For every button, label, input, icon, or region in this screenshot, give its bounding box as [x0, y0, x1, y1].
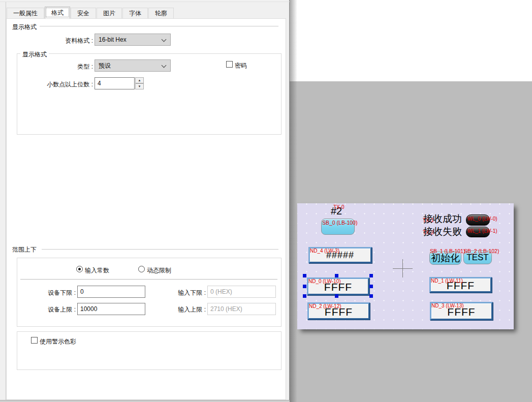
data-format-combobox[interactable]: 16-bit Hex — [95, 34, 171, 46]
selection-handle[interactable] — [369, 285, 373, 288]
text-object-tx2[interactable]: 接收失败 — [423, 225, 462, 238]
set-bit-button-tag: SB_2 (LB-102) — [464, 249, 499, 254]
numeric-display-tag: ND_3 (LW-13) — [431, 303, 464, 308]
tab-strip: 一般属性 格式 安全 图片 字体 轮廓 — [7, 8, 174, 18]
device-high-label: 设备上限 : — [43, 305, 76, 314]
device-high-input[interactable] — [77, 303, 145, 315]
selection-handle[interactable] — [303, 285, 306, 288]
digits-input[interactable] — [95, 77, 135, 89]
data-format-label: 资料格式 : — [52, 37, 93, 45]
chevron-down-icon — [162, 37, 167, 42]
password-checkbox[interactable] — [226, 61, 233, 68]
warning-color-checkbox[interactable] — [31, 337, 38, 344]
warning-color-checkbox-label: 使用警示色彩 — [40, 337, 76, 346]
desktop-white-area — [290, 0, 532, 81]
crosshair-marker — [393, 268, 413, 269]
spinner-down-button[interactable]: ▼ — [135, 83, 144, 89]
section-rule — [42, 249, 278, 250]
section-title-display-format: 显示格式 — [12, 23, 37, 32]
combobox-value: 预设 — [99, 62, 111, 69]
numeric-display-tag: ND_1 (LW-11) — [431, 278, 463, 284]
dialog-bottom-bar — [0, 400, 290, 402]
input-high-field[interactable] — [207, 303, 276, 315]
set-bit-button-tag: SB_0 (LB-100) — [322, 220, 357, 226]
selection-handle[interactable] — [335, 294, 338, 298]
set-bit-button-tag: SB_1 (LB-101) — [430, 249, 465, 254]
numeric-display-tag: ND_2 (LW-12) — [309, 303, 341, 309]
tab-picture[interactable]: 图片 — [97, 8, 122, 18]
type-combobox[interactable]: 预设 — [95, 59, 171, 72]
radio-input-constant-label: 输入常数 — [85, 266, 109, 275]
separator-line — [20, 279, 277, 280]
groupbox-caption: 显示格式 — [20, 50, 49, 59]
dialog-drop-shadow — [290, 0, 297, 402]
properties-dialog: 一般属性 格式 安全 图片 字体 轮廓 显示格式 资料格式 : 16-bit H… — [0, 0, 290, 402]
radio-dot — [78, 268, 81, 270]
input-low-label: 输入下限 : — [173, 289, 206, 297]
selection-handle[interactable] — [335, 274, 338, 277]
tab-security[interactable]: 安全 — [71, 8, 96, 18]
radio-dynamic-limit-label: 动态限制 — [147, 266, 171, 275]
section-rule — [40, 26, 278, 26]
hmi-canvas[interactable]: TX-0 #2 SB_0 (LB-100) ##### ND_4 (LW-3) … — [297, 203, 514, 329]
combobox-value: 16-bit Hex — [99, 36, 127, 43]
input-low-field[interactable] — [207, 286, 276, 298]
tab-general[interactable]: 一般属性 — [7, 8, 44, 18]
selection-handle[interactable] — [303, 274, 306, 277]
selection-handle[interactable] — [369, 294, 373, 298]
tab-format[interactable]: 格式 — [45, 7, 70, 18]
chevron-down-icon — [162, 63, 167, 68]
section-title-range: 范围上下 — [12, 245, 37, 254]
selection-handle[interactable] — [303, 294, 306, 298]
device-low-label: 设备下限 : — [43, 289, 76, 297]
word-lamp-tag: WL_1 (LW-1) — [467, 228, 497, 234]
numeric-display-tag: ND_0 (LW-10) — [308, 279, 341, 284]
radio-input-constant[interactable] — [76, 266, 83, 272]
digits-spinner: ▲ ▼ — [135, 77, 144, 89]
tab-profile[interactable]: 轮廓 — [148, 8, 174, 18]
text-object-tag: TX-0 — [333, 204, 345, 210]
input-high-label: 输入上限 : — [173, 305, 206, 314]
numeric-display-tag: ND_4 (LW-3) — [310, 248, 339, 254]
word-lamp-tag: WL_0 (LW-0) — [467, 216, 497, 222]
text-object-tx1[interactable]: 接收成功 — [423, 212, 462, 226]
screen: TX-0 #2 SB_0 (LB-100) ##### ND_4 (LW-3) … — [0, 0, 532, 402]
digits-label: 小数点以上位数 : — [38, 80, 93, 89]
radio-dynamic-limit[interactable] — [138, 266, 145, 272]
dialog-top-line — [0, 2, 290, 2]
password-checkbox-label: 密码 — [235, 61, 247, 70]
spinner-up-button[interactable]: ▲ — [135, 77, 144, 83]
type-label: 类型 : — [66, 63, 93, 71]
device-low-input[interactable] — [77, 286, 145, 298]
selection-handle[interactable] — [369, 274, 373, 277]
tab-font[interactable]: 字体 — [122, 8, 148, 18]
